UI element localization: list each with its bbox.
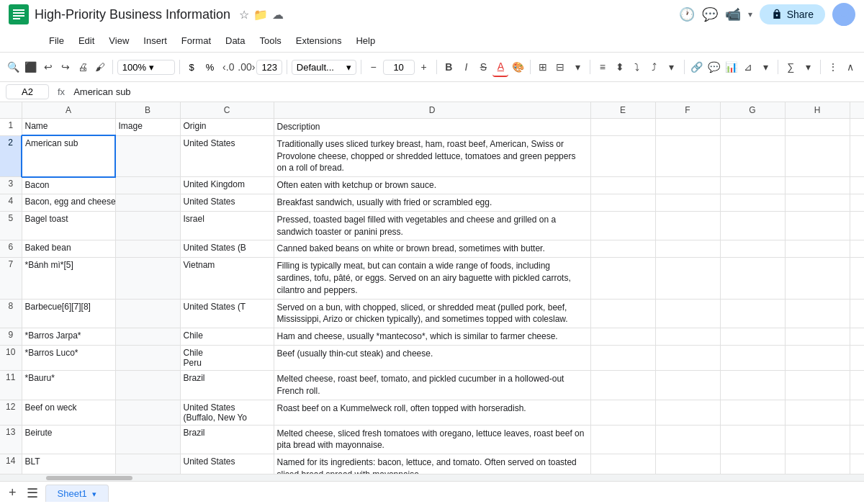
menu-tools[interactable]: Tools [253,32,287,49]
share-button[interactable]: Share [760,4,825,24]
cell-B10[interactable] [115,345,180,370]
menu-insert[interactable]: Insert [138,32,173,49]
cell-H3[interactable] [785,177,850,194]
text-wrap-button[interactable]: ⤵ [629,57,645,77]
cell-E11[interactable] [590,370,655,400]
zoom-control[interactable]: 100% ▾ [117,60,175,75]
cell-B9[interactable] [115,328,180,346]
cell-F2[interactable] [655,135,720,176]
cell-I12[interactable] [850,400,864,425]
font-selector[interactable]: Default... ▾ [292,60,356,75]
cell-E9[interactable] [590,328,655,346]
cell-I11[interactable] [850,370,864,400]
cell-D4[interactable]: Breakfast sandwich, usually with fried o… [274,194,590,211]
cell-G11[interactable] [720,370,785,400]
cell-I9[interactable] [850,328,864,346]
cell-F11[interactable] [655,370,720,400]
cell-F3[interactable] [655,177,720,194]
cell-B8[interactable] [115,299,180,328]
cell-G1[interactable] [720,119,785,136]
cell-D1[interactable]: Description [274,119,590,136]
cell-A4[interactable]: Bacon, egg and cheese [22,194,115,211]
cell-E12[interactable] [590,400,655,425]
insert-link-button[interactable]: 🔗 [689,57,705,77]
sheet-tab-chevron[interactable]: ▾ [92,490,96,498]
cell-E5[interactable] [590,211,655,240]
filter-chevron[interactable]: ▾ [757,57,773,77]
cell-D12[interactable]: Roast beef on a Kummelweck roll, often t… [274,400,590,425]
bold-button[interactable]: B [441,57,456,77]
cell-C6[interactable]: United States (B [180,240,274,258]
cell-E8[interactable] [590,299,655,328]
dec-decrease-button[interactable]: ‹.0 [220,57,236,77]
functions-button[interactable]: ∑ [783,57,798,77]
video-icon[interactable]: 📹 [725,6,741,22]
cell-B3[interactable] [115,177,180,194]
cell-G7[interactable] [720,258,785,299]
cell-E2[interactable] [590,135,655,176]
col-header-e[interactable]: E [590,102,655,119]
font-size-input[interactable] [383,60,415,75]
cell-C12[interactable]: United States (Buffalo, New Yo [180,400,274,425]
cell-A3[interactable]: Bacon [22,177,115,194]
cell-I1[interactable] [850,119,864,136]
cell-A11[interactable]: *Bauru* [22,370,115,400]
borders-button[interactable]: ⊞ [535,57,551,77]
add-sheet-button[interactable]: + [6,482,19,503]
cell-B11[interactable] [115,370,180,400]
cell-E7[interactable] [590,258,655,299]
cell-G10[interactable] [720,345,785,370]
cell-H12[interactable] [785,400,850,425]
folder-icon[interactable]: 📁 [253,8,268,22]
cell-F12[interactable] [655,400,720,425]
cell-A2[interactable]: American sub [22,135,115,176]
cell-H6[interactable] [785,240,850,258]
scroll-thumb-horizontal[interactable] [46,476,132,480]
menu-edit[interactable]: Edit [73,32,100,49]
cell-E10[interactable] [590,345,655,370]
insert-chart-button[interactable]: 📊 [724,57,739,77]
cell-H2[interactable] [785,135,850,176]
col-header-i[interactable]: I [850,102,864,119]
collapse-toolbar-button[interactable]: ∧ [842,57,858,77]
italic-button[interactable]: I [458,57,474,77]
print-preview-button[interactable]: ⬛ [23,57,39,77]
cell-I7[interactable] [850,258,864,299]
cell-C9[interactable]: Chile [180,328,274,346]
cell-A13[interactable]: Beirute [22,425,115,454]
cell-C10[interactable]: Chile Peru [180,345,274,370]
cell-I6[interactable] [850,240,864,258]
cell-H8[interactable] [785,299,850,328]
cell-B12[interactable] [115,400,180,425]
cell-H1[interactable] [785,119,850,136]
cell-B7[interactable] [115,258,180,299]
cell-D2[interactable]: Traditionally uses sliced turkey breast,… [274,135,590,176]
cell-I14[interactable] [850,454,864,474]
cell-F1[interactable] [655,119,720,136]
search-button[interactable]: 🔍 [6,57,22,77]
text-rotate-chevron[interactable]: ▾ [664,57,680,77]
cell-B1[interactable]: Image [115,119,180,136]
cell-G8[interactable] [720,299,785,328]
cell-A12[interactable]: Beef on weck [22,400,115,425]
star-icon[interactable]: ☆ [239,8,249,22]
cell-C1[interactable]: Origin [180,119,274,136]
cell-I8[interactable] [850,299,864,328]
cell-D13[interactable]: Melted cheese, sliced fresh tomatoes wit… [274,425,590,454]
text-rotate-button[interactable]: ⤴ [647,57,662,77]
cell-G12[interactable] [720,400,785,425]
functions-chevron[interactable]: ▾ [800,57,816,77]
cell-D8[interactable]: Served on a bun, with chopped, sliced, o… [274,299,590,328]
cell-I10[interactable] [850,345,864,370]
cell-G9[interactable] [720,328,785,346]
cell-F9[interactable] [655,328,720,346]
cell-C2[interactable]: United States [180,135,274,176]
col-header-c[interactable]: C [180,102,274,119]
cell-A7[interactable]: *Bánh mì*[5] [22,258,115,299]
cell-D10[interactable]: Beef (usually thin-cut steak) and cheese… [274,345,590,370]
cell-C4[interactable]: United States [180,194,274,211]
font-size-decrease-button[interactable]: − [366,57,382,77]
grid-wrapper[interactable]: A B C D E F G H I J K L M 1NameImageOrig… [0,102,864,474]
cell-H10[interactable] [785,345,850,370]
cell-A8[interactable]: Barbecue[6][7][8] [22,299,115,328]
